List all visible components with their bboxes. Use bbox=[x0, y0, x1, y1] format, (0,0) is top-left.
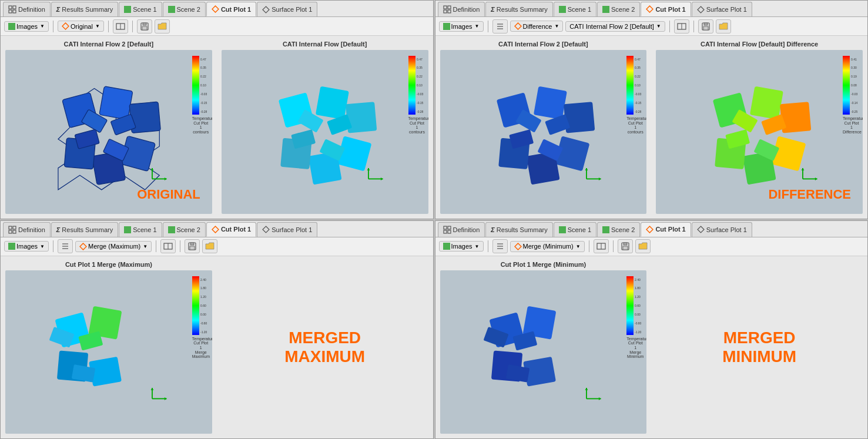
tab-scene1-tr[interactable]: Scene 1 bbox=[554, 2, 596, 16]
view-pane-right-tr: CATI Internal Flow [Default] Difference bbox=[651, 36, 867, 219]
svg-rect-122 bbox=[13, 226, 16, 229]
save-btn-bl[interactable] bbox=[185, 239, 200, 253]
view-title-left-tl: CATI Internal Flow 2 [Default] bbox=[64, 41, 154, 48]
tab-definition-tr[interactable]: Definition bbox=[438, 2, 485, 16]
tab-scene2-br[interactable]: Scene 2 bbox=[597, 222, 640, 237]
save-btn-tl[interactable] bbox=[137, 19, 152, 33]
tab-cutplot1-tr[interactable]: Cut Plot 1 bbox=[641, 2, 691, 16]
tab-cutplot1-br[interactable]: Cut Plot 1 bbox=[641, 222, 691, 237]
toolbar-tr: Images ▼ Difference ▼ CATI Internal Flow… bbox=[435, 17, 868, 36]
view-icon-btn-tl[interactable] bbox=[113, 19, 128, 33]
svg-rect-123 bbox=[9, 230, 12, 233]
folder-btn-tr[interactable] bbox=[716, 19, 731, 33]
images-btn-bl[interactable]: Images ▼ bbox=[4, 241, 49, 252]
mode-btn-br[interactable]: Merge (Minimum) ▼ bbox=[510, 241, 585, 252]
bars-btn-tr[interactable] bbox=[492, 19, 508, 33]
view-pane-left-bl: Cut Plot 1 Merge (Maximum) bbox=[1, 256, 217, 439]
svg-text:0.22: 0.22 bbox=[200, 75, 206, 78]
tab-surfaceplot1-bl[interactable]: Surface Plot 1 bbox=[257, 222, 317, 237]
svg-rect-59 bbox=[444, 6, 447, 9]
tab-surfaceplot1-br[interactable]: Surface Plot 1 bbox=[692, 222, 752, 237]
mode-btn-tr[interactable]: Difference ▼ bbox=[510, 21, 564, 32]
svg-text:0.22: 0.22 bbox=[635, 75, 641, 78]
svg-text:-0.60: -0.60 bbox=[200, 321, 207, 325]
tab-scene1-tl[interactable]: Scene 1 bbox=[119, 2, 162, 16]
svg-text:0.41: 0.41 bbox=[851, 58, 857, 61]
scene2-icon-bl bbox=[168, 226, 175, 233]
svg-rect-175 bbox=[624, 243, 627, 245]
dataset-btn-tr[interactable]: CATI Internal Flow 2 [Default] ▼ bbox=[565, 21, 665, 32]
tab-definition-bl[interactable]: Definition bbox=[3, 222, 51, 237]
view-icon-btn-br[interactable] bbox=[594, 239, 609, 253]
scene1-icon-br bbox=[559, 226, 566, 233]
images-btn-br[interactable]: Images ▼ bbox=[439, 241, 484, 252]
svg-text:0.10: 0.10 bbox=[635, 83, 641, 87]
view-icon-btn-bl[interactable] bbox=[160, 239, 176, 253]
panel-bottom-left: Definition Σ Results Summary Scene 1 Sce… bbox=[0, 220, 434, 440]
mode-label-tl: Original bbox=[71, 23, 93, 30]
tab-results-br[interactable]: Σ Results Summary bbox=[485, 222, 552, 237]
tab-results-tr[interactable]: Σ Results Summary bbox=[485, 2, 552, 16]
tab-results-tl[interactable]: Σ Results Summary bbox=[51, 2, 118, 16]
tab-definition-br[interactable]: Definition bbox=[438, 222, 485, 237]
view-pane-right-br: MERGEDMINIMUM bbox=[651, 256, 867, 439]
scene1-icon-tr bbox=[559, 6, 566, 13]
tab-scene2-tr[interactable]: Scene 2 bbox=[597, 2, 640, 16]
svg-text:0.35: 0.35 bbox=[417, 66, 423, 69]
tab-scene2-bl[interactable]: Scene 2 bbox=[163, 222, 206, 237]
images-btn-tl[interactable]: Images ▼ bbox=[4, 21, 49, 32]
tab-results-bl[interactable]: Σ Results Summary bbox=[51, 222, 118, 237]
mode-btn-bl[interactable]: Merge (Maximum) ▼ bbox=[75, 241, 152, 252]
tab-surfaceplot1-tr[interactable]: Surface Plot 1 bbox=[692, 2, 752, 16]
bars-btn-br[interactable] bbox=[492, 239, 508, 253]
tab-surfaceplot1-label-br: Surface Plot 1 bbox=[706, 226, 747, 233]
svg-rect-0 bbox=[9, 6, 12, 9]
svg-text:0.35: 0.35 bbox=[200, 66, 206, 69]
svg-rect-76 bbox=[704, 23, 708, 25]
svg-rect-124 bbox=[13, 230, 16, 233]
tab-surfaceplot1-tl[interactable]: Surface Plot 1 bbox=[257, 2, 317, 16]
tab-scene1-bl[interactable]: Scene 1 bbox=[119, 222, 162, 237]
folder-btn-bl[interactable] bbox=[202, 239, 217, 253]
tab-definition-label-br: Definition bbox=[453, 226, 480, 233]
folder-btn-br[interactable] bbox=[635, 239, 651, 253]
svg-text:0.60: 0.60 bbox=[635, 304, 641, 307]
svg-marker-50 bbox=[367, 168, 370, 170]
sep3-tr bbox=[693, 21, 694, 32]
results-icon-bl: Σ bbox=[56, 226, 61, 233]
tab-definition-tl[interactable]: Definition bbox=[3, 2, 51, 16]
images-label-tl: Images bbox=[16, 23, 38, 30]
images-arrow-br: ▼ bbox=[475, 244, 480, 249]
save-btn-br[interactable] bbox=[618, 239, 633, 253]
colorbar-bl: 2.40 1.80 1.20 0.60 0.00 -0.60 -1.20 Tem… bbox=[192, 276, 210, 359]
svg-text:1.20: 1.20 bbox=[635, 295, 641, 299]
svg-rect-113 bbox=[843, 56, 850, 115]
view-pane-right-bl: MERGEDMAXIMUM bbox=[217, 256, 433, 439]
svg-rect-129 bbox=[8, 243, 15, 250]
images-icon-tl bbox=[8, 23, 15, 30]
mode-btn-tl[interactable]: Original ▼ bbox=[58, 21, 104, 32]
tab-cutplot1-bl[interactable]: Cut Plot 1 bbox=[206, 222, 256, 237]
svg-text:-0.15: -0.15 bbox=[200, 101, 207, 105]
tab-definition-label-tl: Definition bbox=[18, 6, 45, 13]
definition-icon bbox=[8, 5, 16, 14]
images-btn-tr[interactable]: Images ▼ bbox=[439, 21, 484, 32]
tab-scene1-br[interactable]: Scene 1 bbox=[554, 222, 596, 237]
bars-btn-bl[interactable] bbox=[58, 239, 73, 253]
svg-text:0.10: 0.10 bbox=[417, 83, 423, 87]
tab-cutplot1-label-bl: Cut Plot 1 bbox=[221, 226, 251, 233]
sep2-tr bbox=[669, 21, 670, 32]
svg-text:1.80: 1.80 bbox=[635, 286, 641, 290]
tab-cutplot1-tl[interactable]: Cut Plot 1 bbox=[206, 2, 256, 16]
content-tr: CATI Internal Flow 2 [Default] bbox=[435, 36, 868, 219]
svg-rect-100 bbox=[750, 86, 783, 119]
view-icon-btn-tr[interactable] bbox=[674, 19, 689, 33]
colorbar-tl-right: 0.47 0.35 0.22 0.10 -0.03 -0.15 -0.28 Te… bbox=[408, 56, 426, 135]
svg-text:-0.60: -0.60 bbox=[635, 321, 642, 325]
folder-btn-tl[interactable] bbox=[155, 19, 170, 33]
svg-text:0.30: 0.30 bbox=[851, 66, 857, 69]
save-btn-tr[interactable] bbox=[698, 19, 713, 33]
tab-scene2-tl[interactable]: Scene 2 bbox=[163, 2, 206, 16]
save-icon-tl bbox=[140, 22, 149, 31]
scene2-icon-tr bbox=[602, 6, 609, 13]
